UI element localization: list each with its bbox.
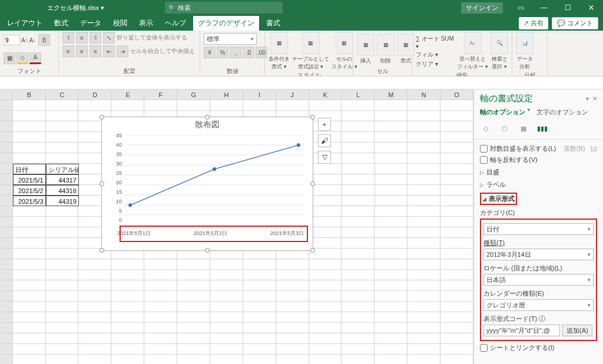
format-code-input[interactable]: yyyy"年"m"月"d"日";@	[483, 325, 560, 336]
type-select[interactable]: 2012年3月14日	[483, 249, 594, 260]
clear-button[interactable]: クリア ▾	[416, 60, 455, 68]
close-icon[interactable]: ✕	[579, 0, 603, 15]
merge-center-button[interactable]: セルを結合して中央揃え	[130, 47, 195, 55]
search-box[interactable]: 検索	[165, 2, 283, 14]
pane-close-icon[interactable]: ✕	[592, 95, 597, 102]
axis-options-icon[interactable]: ▮▮▮	[536, 123, 548, 134]
currency-icon[interactable]: ¥	[204, 47, 216, 58]
formula-bar[interactable]	[0, 77, 603, 90]
comment-button[interactable]: 💬 コメント	[552, 17, 598, 29]
pane-dropdown-icon[interactable]: ▾	[586, 95, 589, 102]
align-top-icon[interactable]: ⫴	[62, 32, 74, 44]
bold-icon[interactable]: B	[38, 34, 50, 46]
locale-select[interactable]: 日本語	[483, 274, 594, 286]
col-header[interactable]: H	[210, 90, 243, 100]
chart-handle[interactable]	[205, 115, 210, 120]
tab-formulas[interactable]: 数式	[49, 16, 73, 31]
tab-layout[interactable]: レイアウト	[2, 16, 47, 31]
select-all-corner[interactable]	[0, 90, 13, 100]
tab-view[interactable]: 表示	[134, 16, 158, 31]
share-button[interactable]: ↗ 共有	[519, 17, 548, 29]
col-header[interactable]: J	[276, 90, 309, 100]
sort-filter-button[interactable]: A↓並べ替えと フィルター ▾	[457, 32, 488, 71]
border-icon[interactable]: ▦	[4, 52, 15, 64]
col-header[interactable]: I	[243, 90, 276, 100]
align-right-icon[interactable]: ≡	[90, 45, 101, 57]
section-label[interactable]: ▷ラベル	[480, 180, 597, 189]
chart-handle[interactable]	[100, 115, 104, 120]
number-format-select[interactable]: 標準	[204, 33, 257, 45]
ribbon-options-icon[interactable]: ▭	[509, 0, 532, 15]
autosum-button[interactable]: ∑ オート SUM ▾	[416, 35, 455, 49]
col-header[interactable]: N	[407, 90, 440, 100]
chart-handle[interactable]	[205, 248, 210, 253]
wrap-text-button[interactable]: 折り返して全体を表示する	[117, 34, 187, 42]
signin-button[interactable]: サインイン	[461, 2, 503, 14]
tab-chart-design[interactable]: グラフのデザイン	[193, 16, 259, 31]
section-tick[interactable]: ▷目盛	[480, 168, 597, 177]
chart-handle[interactable]	[100, 248, 104, 253]
category-select[interactable]: 日付	[483, 223, 594, 235]
calendar-select[interactable]: グレゴリオ暦	[483, 299, 594, 311]
conditional-format-button[interactable]: ▦条件付き 書式 ▾	[269, 32, 290, 71]
percent-icon[interactable]: %	[217, 47, 228, 58]
align-center-icon[interactable]: ≡	[76, 45, 88, 57]
col-header[interactable]: D	[79, 90, 112, 100]
align-left-icon[interactable]: ≡	[62, 45, 74, 57]
inc-dec-icon[interactable]: .0	[243, 47, 254, 58]
col-header[interactable]: B	[13, 90, 46, 100]
tab-review[interactable]: 校閲	[108, 16, 132, 31]
col-header[interactable]: G	[177, 90, 210, 100]
fill-line-icon[interactable]: ◇	[480, 123, 492, 134]
col-header[interactable]: K	[309, 90, 342, 100]
indent-inc-icon[interactable]: ⇥	[117, 45, 128, 57]
chart-handle[interactable]	[310, 115, 315, 120]
filename[interactable]: エクセル横軸.xlsx ▾	[47, 4, 104, 12]
decrease-font-icon[interactable]: A↓	[29, 37, 37, 44]
chart-styles-button[interactable]: 🖌	[318, 134, 331, 147]
col-header[interactable]: O	[440, 90, 473, 100]
align-mid-icon[interactable]: ≡	[76, 32, 88, 44]
table-format-button[interactable]: ▦テーブルとして 書式設定 ▾	[292, 32, 329, 71]
tab-format[interactable]: 書式	[261, 16, 285, 31]
indent-dec-icon[interactable]: ⇤	[103, 45, 115, 57]
tab-data[interactable]: データ	[75, 16, 106, 31]
col-header[interactable]: M	[375, 90, 407, 100]
col-header[interactable]: F	[144, 90, 177, 100]
add-format-button[interactable]: 追加(A)	[562, 325, 592, 336]
increase-font-icon[interactable]: A↑	[21, 37, 28, 44]
col-header[interactable]: E	[112, 90, 145, 100]
chart-handle[interactable]	[100, 181, 104, 186]
chart-elements-button[interactable]: ＋	[318, 118, 331, 131]
font-size-input[interactable]	[4, 35, 20, 45]
align-bot-icon[interactable]: ⫴	[90, 32, 101, 44]
find-select-button[interactable]: 🔍検索と 選択 ▾	[491, 32, 508, 71]
effects-icon[interactable]: ⬠	[499, 123, 511, 134]
chart-object[interactable]: 散布図	[101, 117, 313, 251]
insert-cells-button[interactable]: ▦挿入	[357, 34, 375, 65]
reverse-axis-checkbox[interactable]	[480, 156, 488, 164]
chart-filter-button[interactable]: ▽	[318, 151, 331, 164]
data-analysis-button[interactable]: 📊データ 分析	[516, 32, 534, 71]
section-format[interactable]: ◢表示形式	[480, 193, 597, 205]
chart-handle[interactable]	[310, 248, 315, 253]
comma-icon[interactable]: ,	[230, 47, 241, 58]
delete-cells-button[interactable]: ▦削除	[377, 34, 395, 65]
fill-color-icon[interactable]: ◇	[16, 52, 28, 64]
size-props-icon[interactable]: ▦	[518, 123, 529, 134]
col-header[interactable]: L	[342, 90, 375, 100]
tab-help[interactable]: ヘルプ	[160, 16, 191, 31]
pane-tab-axis-options[interactable]: 軸のオプション	[480, 108, 531, 117]
worksheet[interactable]: B C D E F G H I J K L M N O 日付シリアル値2021/…	[0, 90, 473, 364]
fill-button[interactable]: フィル ▾	[416, 51, 455, 59]
pane-tab-text-options[interactable]: 文字のオプション	[536, 108, 588, 117]
font-color-icon[interactable]: A	[29, 52, 41, 64]
log-scale-checkbox[interactable]	[480, 145, 488, 153]
orientation-icon[interactable]: ⤡	[103, 32, 115, 44]
maximize-icon[interactable]: ☐	[556, 0, 579, 15]
chart-plot-area[interactable]	[124, 135, 304, 225]
minimize-icon[interactable]: —	[532, 0, 556, 15]
chart-handle[interactable]	[310, 181, 315, 186]
link-sheet-checkbox[interactable]	[480, 344, 488, 352]
col-header[interactable]: C	[46, 90, 79, 100]
